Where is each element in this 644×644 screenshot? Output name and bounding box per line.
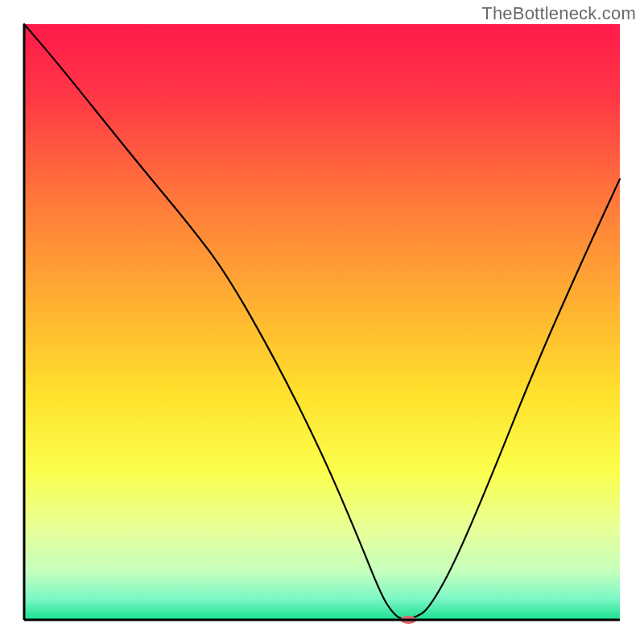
bottleneck-chart: TheBottleneck.com	[0, 0, 644, 644]
plot-background	[24, 24, 620, 620]
chart-svg	[0, 0, 644, 644]
watermark-text: TheBottleneck.com	[481, 3, 636, 24]
